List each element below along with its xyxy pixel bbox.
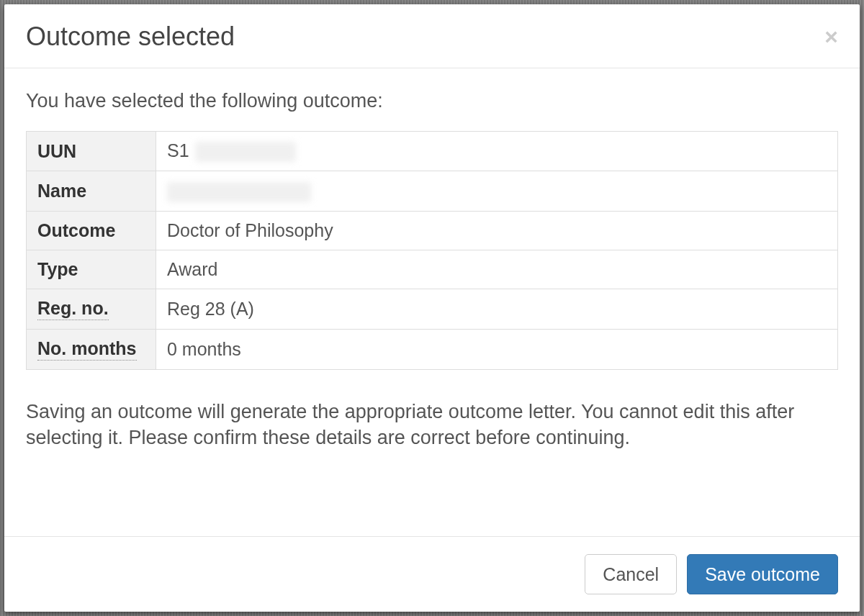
table-row: No. months 0 months xyxy=(27,329,838,369)
modal-footer: Cancel Save outcome xyxy=(4,536,860,612)
reg-no-label: Reg. no. xyxy=(27,289,156,329)
intro-text: You have selected the following outcome: xyxy=(26,90,838,112)
table-row: UUN S1 xyxy=(27,132,838,171)
save-outcome-button[interactable]: Save outcome xyxy=(687,554,838,594)
outcome-label: Outcome xyxy=(27,211,156,250)
reg-no-label-text: Reg. no. xyxy=(37,298,109,320)
table-row: Outcome Doctor of Philosophy xyxy=(27,211,838,250)
uun-prefix: S1 xyxy=(167,140,189,160)
no-months-label-text: No. months xyxy=(37,338,137,361)
table-row: Name xyxy=(27,171,838,211)
no-months-label: No. months xyxy=(27,329,156,369)
warning-text: Saving an outcome will generate the appr… xyxy=(26,399,838,451)
close-icon[interactable]: × xyxy=(824,25,838,48)
no-months-value: 0 months xyxy=(156,329,838,369)
outcome-details-table: UUN S1 Name Outcome Doctor of Philosophy xyxy=(26,131,838,370)
redacted-block xyxy=(195,142,296,162)
type-label: Type xyxy=(27,250,156,289)
name-label: Name xyxy=(27,171,156,211)
table-row: Type Award xyxy=(27,250,838,289)
outcome-value: Doctor of Philosophy xyxy=(156,211,838,250)
reg-no-value: Reg 28 (A) xyxy=(156,289,838,329)
modal-header: Outcome selected × xyxy=(4,4,860,68)
modal-body: You have selected the following outcome:… xyxy=(4,68,860,536)
uun-value: S1 xyxy=(156,132,838,171)
table-row: Reg. no. Reg 28 (A) xyxy=(27,289,838,329)
cancel-button[interactable]: Cancel xyxy=(585,554,677,594)
outcome-selected-modal: Outcome selected × You have selected the… xyxy=(4,4,860,612)
uun-label: UUN xyxy=(27,132,156,171)
redacted-block xyxy=(167,182,311,202)
modal-title: Outcome selected xyxy=(26,22,235,52)
type-value: Award xyxy=(156,250,838,289)
name-value xyxy=(156,171,838,211)
